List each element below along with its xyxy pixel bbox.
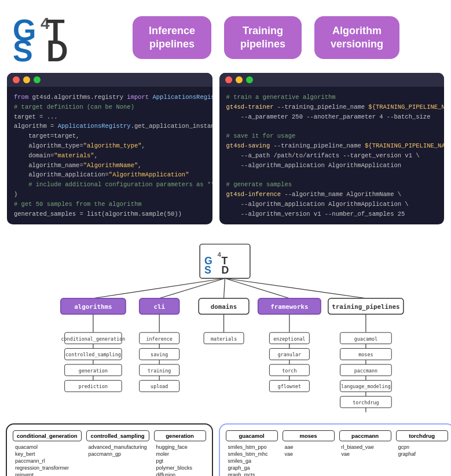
svg-text:paccmann: paccmann: [354, 368, 377, 374]
diagram-section: G 4 T S D algorithms cli domains framewo…: [0, 231, 451, 419]
list-item: pgt: [154, 457, 206, 464]
svg-text:moses: moses: [358, 352, 373, 358]
svg-text:controlled_sampling: controlled_sampling: [65, 352, 121, 358]
dot-red-left: [13, 76, 20, 83]
list-item: gcpn: [396, 444, 448, 451]
mini-table-header-conditional: conditional_generation: [13, 430, 82, 441]
svg-text:S: S: [13, 34, 33, 62]
list-item: paccmann_gp: [86, 451, 149, 457]
list-item: vae: [283, 451, 335, 457]
pill-algorithm: Algorithm versioning: [314, 16, 399, 60]
svg-text:granular: granular: [278, 352, 301, 358]
dot-yellow-right: [236, 76, 243, 83]
list-item: hugging_face: [154, 444, 206, 451]
pill-container: Inference pipelines Training pipelines A…: [93, 16, 439, 60]
mini-table-conditional: conditional_generation quacamol key_bert…: [13, 430, 82, 476]
svg-text:training: training: [148, 368, 171, 374]
svg-text:S: S: [204, 265, 211, 276]
code-panel-right: # train a generative algorithm gt4sd-tra…: [219, 73, 444, 224]
svg-text:domains: domains: [211, 304, 237, 311]
bottom-box-left: conditional_generation quacamol key_bert…: [6, 423, 213, 476]
list-item: smiles_ga: [226, 457, 278, 464]
svg-line-13: [224, 279, 225, 298]
svg-text:D: D: [222, 265, 229, 276]
dot-green-left: [34, 76, 41, 83]
mini-table-header-torchdrug: torchdrug: [396, 430, 448, 441]
top-section: G 4 T S D Inference pipelines Training p…: [0, 0, 451, 73]
list-item: paccmann_rl: [13, 457, 82, 464]
mini-table-moses: moses aae vae: [283, 430, 335, 476]
svg-text:upload: upload: [151, 384, 168, 390]
svg-line-12: [159, 279, 225, 298]
svg-text:algorithms: algorithms: [74, 304, 112, 311]
mini-table-generation: generation hugging_face moler pgt polyme…: [154, 430, 206, 476]
bottom-box-right: guacamol smiles_lstm_ppo smiles_lstm_mhc…: [219, 423, 451, 476]
svg-text:frameworks: frameworks: [270, 304, 308, 311]
mini-table-header-paccmann: paccmann: [339, 430, 391, 441]
mini-table-guacamol: guacamol smiles_lstm_ppo smiles_lstm_mhc…: [226, 430, 278, 476]
svg-line-14: [225, 279, 289, 298]
dot-yellow-left: [23, 76, 30, 83]
list-item: rl_biased_vae: [339, 444, 391, 451]
bottom-section: conditional_generation quacamol key_bert…: [0, 419, 451, 476]
pill-inference: Inference pipelines: [133, 16, 211, 60]
list-item: aae: [283, 444, 335, 451]
list-item: key_bert: [13, 451, 82, 457]
diagram-svg: G 4 T S D algorithms cli domains framewo…: [12, 237, 439, 416]
list-item: smiles_lstm_ppo: [226, 444, 278, 451]
svg-text:gflownet: gflownet: [278, 384, 301, 390]
panel-header-left: [7, 73, 212, 87]
list-item: graph_ga: [226, 464, 278, 471]
svg-text:inference: inference: [146, 336, 173, 342]
list-item: smiles_lstm_mhc: [226, 451, 278, 457]
dot-red-right: [225, 76, 232, 83]
svg-text:saving: saving: [151, 352, 168, 358]
list-item: polymer_blocks: [154, 464, 206, 471]
svg-text:generation: generation: [79, 368, 108, 374]
panel-header-right: [219, 73, 444, 87]
mini-table-header-generation: generation: [154, 430, 206, 441]
logo: G 4 T S D: [12, 10, 75, 65]
mini-table-header-moses: moses: [283, 430, 335, 441]
svg-text:conditional_generation: conditional_generation: [61, 336, 126, 342]
code-panel-left: from gt4sd.algorithms.registry import Ap…: [7, 73, 212, 224]
list-item: reinvent: [13, 471, 82, 476]
list-item: regression_transformer: [13, 464, 82, 471]
code-content-left: from gt4sd.algorithms.registry import Ap…: [7, 87, 212, 224]
list-item: moler: [154, 451, 206, 457]
svg-text:D: D: [46, 34, 68, 62]
code-content-right: # train a generative algorithm gt4sd-tra…: [219, 87, 444, 224]
dot-green-right: [246, 76, 253, 83]
list-item: advanced_manufacturing: [86, 444, 149, 451]
svg-text:training_pipelines: training_pipelines: [332, 304, 399, 311]
mini-table-controlled: controlled_sampling advanced_manufacturi…: [86, 430, 149, 476]
svg-text:torch: torch: [282, 368, 296, 374]
list-item: quacamol: [13, 444, 82, 451]
svg-text:cli: cli: [153, 304, 165, 311]
list-item: graphaf: [396, 451, 448, 457]
svg-text:guacamol: guacamol: [354, 336, 377, 342]
mini-table-header-guacamol: guacamol: [226, 430, 278, 441]
svg-text:torchdrug: torchdrug: [353, 400, 379, 405]
svg-text:language_modeling: language_modeling: [341, 384, 391, 390]
mini-table-torchdrug: torchdrug gcpn graphaf: [396, 430, 448, 476]
list-item: graph_mcts: [226, 471, 278, 476]
list-item: vae: [339, 451, 391, 457]
svg-line-11: [93, 279, 225, 298]
code-section: from gt4sd.algorithms.registry import Ap…: [0, 73, 451, 231]
mini-table-header-controlled: controlled_sampling: [86, 430, 149, 441]
svg-text:prediction: prediction: [79, 384, 108, 390]
mini-table-paccmann: paccmann rl_biased_vae vae: [339, 430, 391, 476]
pill-training: Training pipelines: [224, 16, 302, 60]
svg-text:4: 4: [218, 251, 221, 258]
svg-text:materials: materials: [211, 336, 237, 342]
list-item: diffusion: [154, 471, 206, 476]
svg-text:enzeptional: enzeptional: [273, 336, 305, 342]
svg-line-15: [225, 279, 366, 298]
